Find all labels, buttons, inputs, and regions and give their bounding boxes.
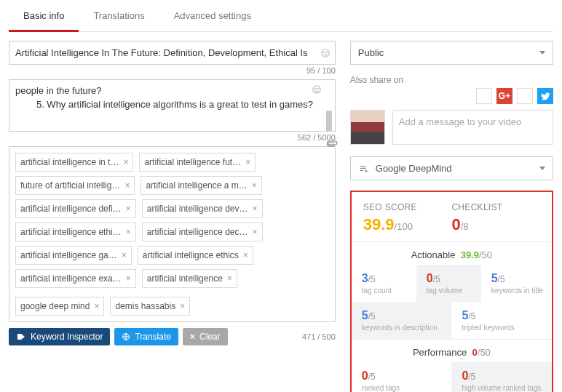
tab-translations[interactable]: Translations [79,0,159,31]
ki-label: Keyword Inspector [31,332,103,342]
title-counter: 95 / 100 [9,66,336,75]
avatar [350,110,385,145]
tag-chip[interactable]: artificial intelligence ga…× [15,246,132,265]
svg-point-5 [317,88,318,89]
tabs: Basic info Translations Advanced setting… [9,0,553,32]
tag-chip[interactable]: artificial intelligence dec…× [142,223,263,241]
playlist-icon [358,164,370,174]
tag-label: artificial intelligence ethi… [20,227,122,237]
description-counter: 562 / 5000 [9,133,336,142]
title-input[interactable]: Artificial Intelligence In The Future: D… [9,41,336,65]
playlist-value: Google DeepMind [376,163,452,174]
tag-label: artificial intelligence exa… [20,273,122,284]
seo-panel: SEO SCORE 39.9/100 CHECKLIST 0/8 Actiona… [350,191,553,392]
tag-remove-icon[interactable]: × [252,228,257,236]
tag-chip[interactable]: artificial intelligence dev…× [142,199,263,218]
privacy-select[interactable]: Public [350,41,553,65]
actionable-header: Actionable 39.9/50 [352,241,552,265]
title-text: Artificial Intelligence In The Future: D… [15,47,308,58]
seo-metric-cell: 5/5keywords in title [481,265,552,302]
emoji-icon[interactable] [312,84,322,95]
seo-score-label: SEO SCORE [363,202,452,212]
tag-chip[interactable]: artificial intelligence exa…× [15,269,136,288]
tag-chip[interactable]: future of artificial intellig…× [15,176,135,195]
tag-chip[interactable]: artificial intellignce ethics× [138,246,253,265]
globe-icon [122,332,130,341]
tag-label: artificial intelligence [147,273,223,284]
tag-remove-icon[interactable]: × [126,228,131,236]
tag-remove-icon[interactable]: × [180,302,185,311]
tag-label: artificial intelligence dec… [147,227,248,237]
tag-remove-icon[interactable]: × [252,204,257,213]
tag-label: artificial intelligence ga… [20,250,117,260]
tag-remove-icon[interactable]: × [123,158,128,167]
description-line: 5. Why artificial intelligence algorithm… [15,98,319,112]
tag-remove-icon[interactable]: × [124,181,130,190]
tag-remove-icon[interactable]: × [245,158,250,167]
keyword-inspector-button[interactable]: Keyword Inspector [9,328,110,345]
checklist-den: /8 [461,221,469,232]
scrollbar[interactable] [325,81,333,129]
tag-chip[interactable]: artificial intelligence fut…× [139,153,256,172]
tag-icon [16,332,26,341]
tag-label: artificial intelligence fut… [144,157,241,167]
tag-chip[interactable]: google deep mind× [15,297,104,316]
checklist-value: 0 [451,215,460,233]
privacy-value: Public [358,47,384,58]
seo-score-den: /100 [395,221,413,232]
emoji-icon[interactable] [320,48,331,58]
tag-label: google deep mind [20,301,90,311]
tag-chip[interactable]: artificial intelligence defi…× [15,199,136,218]
tag-remove-icon[interactable]: × [227,274,232,283]
clear-button[interactable]: × Clear [183,328,228,345]
seo-metric-cell: 5/5tripled keywords [451,302,552,339]
tag-chip[interactable]: artificial intelligence in t…× [15,153,133,172]
checklist-label: CHECKLIST [451,202,540,212]
tab-basic-info[interactable]: Basic info [9,0,79,32]
svg-point-4 [314,88,315,89]
share-message-input[interactable]: Add a message to your video [392,110,553,145]
tag-remove-icon[interactable]: × [252,181,257,190]
playlist-select[interactable]: Google DeepMind [350,156,553,180]
tab-advanced[interactable]: Advanced settings [159,0,266,31]
chevron-down-icon [539,167,545,170]
tag-label: artificial intellignce ethics [143,250,239,260]
seo-metric-cell: 5/5keywords in description [352,302,452,339]
svg-point-0 [322,49,330,57]
translate-button[interactable]: Translate [114,328,178,345]
tag-chip[interactable]: artificial intelligence a m…× [140,176,261,195]
description-input[interactable]: people in the future? 5. Why artificial … [9,79,336,132]
tag-remove-icon[interactable]: × [126,274,131,283]
seo-metric-cell: 0/5ranked tags [352,362,452,392]
seo-score-value: 39.9 [363,215,395,233]
share-toggle-empty[interactable] [517,88,533,104]
seo-metric-cell: 0/5tag volume [416,265,481,302]
tag-remove-icon[interactable]: × [122,251,127,260]
share-label: Also share on [350,75,553,85]
svg-point-2 [326,52,327,52]
tag-remove-icon[interactable]: × [126,204,131,213]
tag-remove-icon[interactable]: × [94,302,99,311]
tag-label: artificial intelligence in t… [20,157,119,167]
tag-label: artificial intelligence a m… [146,180,247,191]
tag-label: artificial intelligence dev… [147,204,248,214]
svg-point-3 [313,86,321,94]
cl-label: Clear [199,332,221,342]
seo-metric-cell: 3/5tag count [352,265,416,302]
tag-label: future of artificial intellig… [20,180,120,191]
tag-chip[interactable]: artificial intelligence ethi…× [15,223,136,241]
tag-label: demis hassabis [115,301,175,311]
tag-remove-icon[interactable]: × [243,251,248,260]
x-icon: × [190,332,195,342]
share-toggle-empty[interactable] [476,88,492,104]
tr-label: Translate [135,332,171,342]
description-line: people in the future? [15,84,319,98]
tag-label: artificial intelligence defi… [20,204,122,214]
twitter-icon[interactable] [537,88,553,104]
tag-chip[interactable]: artificial intelligence× [142,269,237,288]
tag-chip[interactable]: demis hassabis× [110,297,190,316]
googleplus-icon[interactable]: G+ [496,88,512,104]
tags-counter: 471 / 500 [302,332,336,341]
performance-header: Performance 0/50 [352,339,552,362]
tags-input[interactable]: artificial intelligence in t…×artificial… [9,146,336,322]
